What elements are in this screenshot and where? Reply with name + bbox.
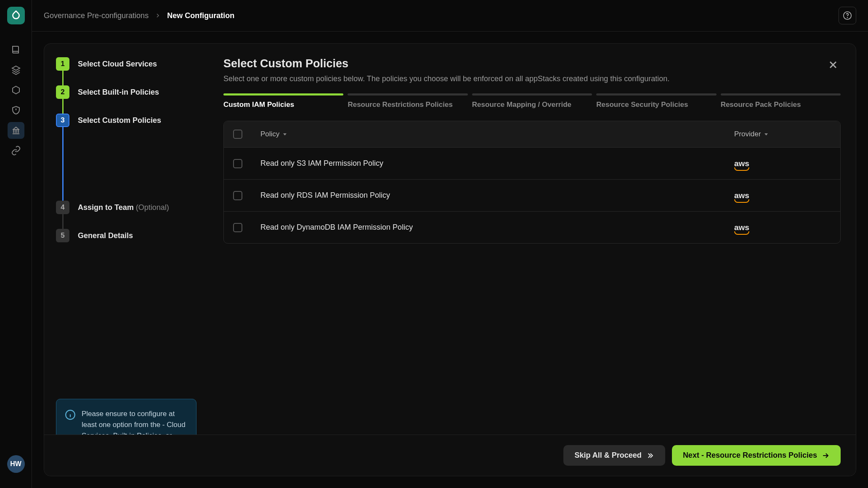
- nav-hexagon-icon[interactable]: [8, 82, 24, 98]
- step-label: Select Built-in Policies: [78, 88, 159, 97]
- step-number: 3: [56, 114, 69, 127]
- column-header-provider[interactable]: Provider: [734, 130, 831, 138]
- policy-table: Policy Provider Read only S3 IAM Permiss…: [223, 121, 841, 244]
- config-panel: 1 Select Cloud Services 2 Select Built-i…: [44, 43, 856, 476]
- breadcrumb-current: New Configuration: [167, 11, 234, 20]
- svg-point-1: [847, 17, 848, 18]
- table-row[interactable]: Read only S3 IAM Permission Policy aws: [224, 147, 840, 179]
- policy-name: Read only DynamoDB IAM Permission Policy: [260, 223, 734, 232]
- aws-provider-icon: aws: [734, 191, 749, 200]
- nav-book-icon[interactable]: [8, 41, 24, 58]
- step-2[interactable]: 2 Select Built-in Policies: [56, 85, 196, 99]
- aws-provider-icon: aws: [734, 223, 749, 232]
- detail-title: Select Custom Policies: [223, 57, 669, 70]
- detail-panel: Select Custom Policies Select one or mor…: [208, 44, 856, 476]
- select-all-checkbox[interactable]: [233, 130, 242, 139]
- step-number: 4: [56, 201, 69, 214]
- step-4[interactable]: 4 Assign to Team (Optional): [56, 201, 196, 214]
- row-checkbox[interactable]: [233, 191, 242, 200]
- detail-subtitle: Select one or more custom policies below…: [223, 74, 669, 83]
- skip-button[interactable]: Skip All & Proceed: [563, 445, 665, 466]
- breadcrumb: Governance Pre-configurations New Config…: [44, 11, 234, 20]
- step-3[interactable]: 3 Select Custom Policies: [56, 114, 196, 127]
- policy-name: Read only S3 IAM Permission Policy: [260, 159, 734, 168]
- step-number: 1: [56, 57, 69, 71]
- nav-link-icon[interactable]: [8, 142, 24, 159]
- next-button[interactable]: Next - Resource Restrictions Policies: [672, 445, 841, 466]
- step-label: Select Custom Policies: [78, 116, 161, 125]
- nav-layers-icon[interactable]: [8, 61, 24, 78]
- nav-governance-icon[interactable]: [8, 122, 24, 139]
- policy-subtabs: Custom IAM Policies Resource Restriction…: [223, 93, 841, 109]
- double-chevron-right-icon: [646, 451, 654, 460]
- column-header-policy[interactable]: Policy: [260, 130, 734, 138]
- table-header: Policy Provider: [224, 121, 840, 147]
- step-label: Select Cloud Services: [78, 60, 157, 69]
- subtab-custom-iam[interactable]: Custom IAM Policies: [223, 93, 343, 109]
- subtab-resource-restrictions[interactable]: Resource Restrictions Policies: [348, 93, 467, 109]
- step-label: General Details: [78, 231, 133, 240]
- step-number: 5: [56, 229, 69, 242]
- user-avatar[interactable]: HW: [7, 455, 25, 473]
- policy-name: Read only RDS IAM Permission Policy: [260, 191, 734, 200]
- steps-sidebar: 1 Select Cloud Services 2 Select Built-i…: [44, 44, 208, 476]
- info-icon: [65, 409, 76, 420]
- topbar: Governance Pre-configurations New Config…: [32, 0, 868, 32]
- table-row[interactable]: Read only RDS IAM Permission Policy aws: [224, 179, 840, 211]
- subtab-resource-security[interactable]: Resource Security Policies: [596, 93, 716, 109]
- left-sidebar: HW: [0, 0, 32, 488]
- chevron-right-icon: [154, 12, 161, 19]
- step-5[interactable]: 5 General Details: [56, 229, 196, 242]
- app-logo[interactable]: [7, 7, 25, 24]
- table-row[interactable]: Read only DynamoDB IAM Permission Policy…: [224, 211, 840, 243]
- wizard-footer: Skip All & Proceed Next - Resource Restr…: [44, 435, 856, 476]
- help-button[interactable]: [839, 7, 856, 24]
- close-button[interactable]: [826, 57, 841, 72]
- row-checkbox[interactable]: [233, 223, 242, 232]
- nav-shield-icon[interactable]: [8, 102, 24, 119]
- subtab-resource-pack[interactable]: Resource Pack Policies: [721, 93, 841, 109]
- arrow-right-icon: [821, 451, 830, 460]
- aws-provider-icon: aws: [734, 159, 749, 168]
- sort-icon: [764, 132, 768, 136]
- step-1[interactable]: 1 Select Cloud Services: [56, 57, 196, 71]
- breadcrumb-parent[interactable]: Governance Pre-configurations: [44, 11, 149, 20]
- row-checkbox[interactable]: [233, 159, 242, 168]
- sort-icon: [283, 132, 287, 136]
- step-number: 2: [56, 85, 69, 99]
- subtab-resource-mapping[interactable]: Resource Mapping / Override: [472, 93, 592, 109]
- step-label: Assign to Team (Optional): [78, 203, 169, 212]
